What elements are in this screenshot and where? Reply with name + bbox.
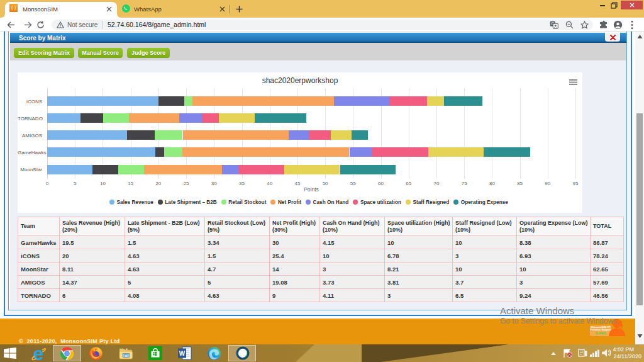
svg-text:W: W [179, 350, 186, 357]
svg-text:e: e [33, 346, 44, 361]
